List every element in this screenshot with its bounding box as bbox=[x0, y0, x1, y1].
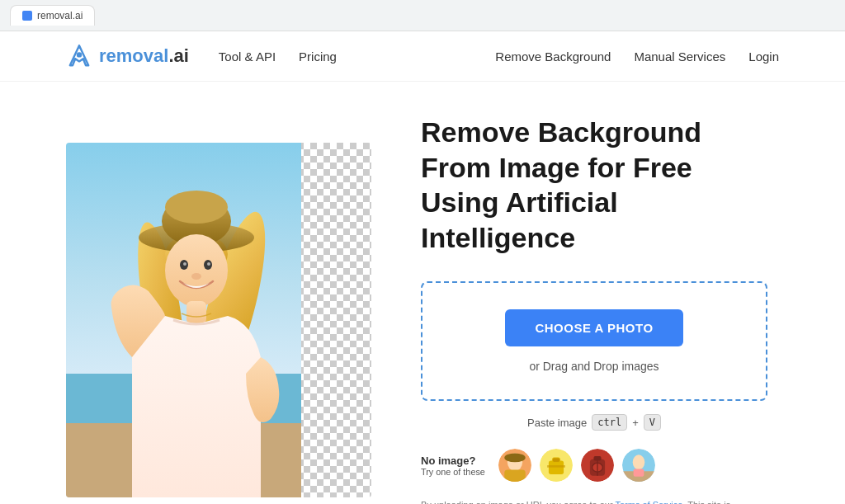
svg-rect-22 bbox=[504, 469, 525, 482]
tab-title: removal.ai bbox=[37, 10, 83, 21]
nav-links-left: Tool & API Pricing bbox=[219, 49, 337, 64]
hero-image bbox=[66, 143, 371, 497]
svg-point-34 bbox=[633, 455, 645, 469]
svg-rect-18 bbox=[186, 301, 206, 324]
try-section: No image? Try one of these bbox=[421, 447, 767, 483]
sample-image-4[interactable] bbox=[621, 447, 657, 483]
try-label: No image? Try one of these bbox=[421, 455, 485, 477]
nav-link-remove-bg[interactable]: Remove Background bbox=[495, 49, 611, 64]
main-content: Remove Background From Image for Free Us… bbox=[0, 82, 845, 504]
person-illustration bbox=[66, 143, 371, 497]
svg-rect-25 bbox=[552, 458, 559, 462]
navbar-left: removal.ai Tool & API Pricing bbox=[66, 43, 337, 69]
svg-rect-24 bbox=[549, 461, 564, 474]
browser-chrome: removal.ai bbox=[0, 0, 845, 31]
sample-image-1[interactable] bbox=[497, 447, 533, 483]
upload-box[interactable]: CHOOSE A PHOTO or Drag and Drop images bbox=[421, 281, 767, 401]
logo[interactable]: removal.ai bbox=[66, 43, 189, 69]
sample-images bbox=[497, 447, 657, 483]
tab-favicon bbox=[22, 11, 32, 21]
nav-link-login[interactable]: Login bbox=[748, 49, 779, 64]
logo-icon bbox=[66, 43, 92, 69]
browser-tab[interactable]: removal.ai bbox=[10, 5, 95, 26]
paste-section: Paste image ctrl + V bbox=[421, 414, 767, 431]
navbar-right: Remove Background Manual Services Login bbox=[495, 49, 779, 64]
svg-point-16 bbox=[207, 262, 210, 266]
ctrl-key: ctrl bbox=[592, 414, 627, 431]
sample-image-3[interactable] bbox=[579, 447, 616, 483]
svg-point-1 bbox=[77, 52, 82, 57]
nav-link-manual-services[interactable]: Manual Services bbox=[634, 49, 725, 64]
svg-rect-35 bbox=[633, 469, 644, 477]
navbar: removal.ai Tool & API Pricing Remove Bac… bbox=[0, 31, 845, 82]
nav-link-pricing[interactable]: Pricing bbox=[299, 49, 337, 64]
sample-image-2[interactable] bbox=[538, 447, 574, 483]
svg-point-12 bbox=[165, 234, 228, 307]
svg-point-11 bbox=[165, 191, 228, 224]
svg-point-15 bbox=[183, 262, 186, 266]
logo-text: removal.ai bbox=[99, 45, 189, 67]
choose-photo-button[interactable]: CHOOSE A PHOTO bbox=[505, 309, 682, 346]
hero-content: Remove Background From Image for Free Us… bbox=[421, 115, 767, 504]
svg-point-21 bbox=[504, 453, 525, 462]
svg-rect-26 bbox=[547, 465, 565, 468]
terms-link-1[interactable]: Terms of Service bbox=[615, 500, 682, 504]
svg-point-17 bbox=[191, 273, 201, 280]
hero-title: Remove Background From Image for Free Us… bbox=[421, 115, 767, 255]
plus-sign: + bbox=[632, 417, 639, 429]
paste-label: Paste image bbox=[527, 417, 587, 429]
nav-link-tool-api[interactable]: Tool & API bbox=[219, 49, 276, 64]
drag-drop-text: or Drag and Drop images bbox=[439, 360, 749, 373]
terms-text: By uploading an image or URL you agree t… bbox=[421, 498, 767, 504]
v-key: V bbox=[644, 414, 661, 431]
